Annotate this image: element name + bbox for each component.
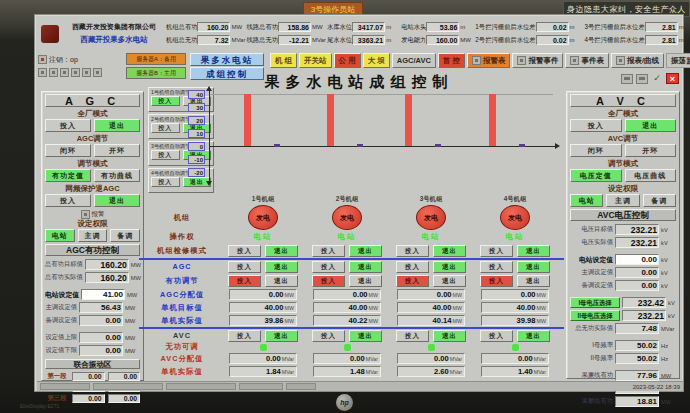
unit-toggle-投入[interactable]: 投入	[151, 177, 180, 187]
taskbar-item[interactable]	[40, 383, 90, 390]
unit-on-button[interactable]: 投入	[396, 275, 429, 287]
agc-alarm-row[interactable]: 报警	[45, 209, 140, 219]
taskbar-item[interactable]	[286, 383, 316, 390]
confirm-icon[interactable]: ✓	[651, 73, 663, 84]
os-taskbar[interactable]: 2023-05-22 18:39	[37, 381, 683, 391]
agc-button-投入[interactable]: 投入	[45, 194, 91, 207]
unit-off-button[interactable]: 退出	[517, 261, 550, 273]
unit-off-button[interactable]: 退出	[517, 330, 550, 342]
tab-AGC-AVC[interactable]: AGC/AVC	[392, 53, 436, 68]
tab-首-控[interactable]: 首 控	[438, 53, 465, 68]
unit-on-button[interactable]: 投入	[228, 245, 261, 257]
unit-off-button[interactable]: 退出	[349, 330, 382, 342]
unit-off-button[interactable]: 退出	[433, 245, 466, 257]
close-icon[interactable]: ×	[666, 73, 679, 84]
window-controls: ✓ ×	[621, 73, 679, 84]
unit-off-button[interactable]: 退出	[433, 330, 466, 342]
avc-button-投入[interactable]: 投入	[570, 119, 622, 132]
header-field-unit: MVar	[311, 37, 325, 43]
avc-panel: A V C 全厂模式投入退出AVC调节闭环开环调节模式电压定值电压曲线 设定权限…	[566, 91, 680, 379]
unit-on-button[interactable]: 投入	[312, 330, 345, 342]
tab-报警表[interactable]: 报警表	[467, 53, 511, 68]
tab-事件表[interactable]: 事件表	[565, 53, 609, 68]
print-preview-icon[interactable]	[636, 74, 648, 84]
avc-button-退出[interactable]: 退出	[625, 119, 677, 132]
unit-off-button[interactable]: 退出	[265, 330, 298, 342]
units-table-row: 有功调节投入退出投入退出投入退出投入退出	[139, 273, 564, 288]
agc-setpoint-input[interactable]: 41.00	[81, 289, 125, 300]
nav-station-button[interactable]: 果多水电站	[190, 53, 264, 66]
tab-大-坝[interactable]: 大 坝	[363, 53, 390, 68]
agc-section-buttons: 有功定值有功曲线	[45, 169, 140, 182]
unit-on-button[interactable]: 投入	[312, 261, 345, 273]
avc-authority-主调[interactable]: 主调	[606, 194, 639, 207]
agc-button-退出[interactable]: 退出	[94, 194, 140, 207]
agc-button-投入[interactable]: 投入	[45, 119, 91, 132]
avc-row-label: 果廉线有功	[570, 371, 613, 380]
unit-on-button[interactable]: 投入	[396, 261, 429, 273]
agc-button-有功定值[interactable]: 有功定值	[45, 169, 91, 182]
header-field-value: 2.81	[645, 22, 678, 32]
unit-on-button[interactable]: 投入	[396, 245, 429, 257]
unit-off-button[interactable]: 退出	[265, 261, 298, 273]
unit-2-cell: 40.22MW	[309, 315, 385, 326]
taskbar-item[interactable]	[93, 383, 163, 390]
tab-振荡监视[interactable]: 振荡监视	[666, 53, 690, 68]
unit-off-button[interactable]: 退出	[433, 261, 466, 273]
unit-on-button[interactable]: 投入	[312, 275, 345, 287]
unit-value: 1.48MVar	[313, 366, 381, 377]
taskbar-item[interactable]	[166, 383, 236, 390]
unit-value: 0.00MVar	[481, 353, 549, 364]
unit-off-button[interactable]: 退出	[265, 245, 298, 257]
units-table-row: 机组检修模式投入退出投入退出投入退出投入退出	[139, 243, 564, 258]
taskbar-clock: 2023-05-22 18:39	[633, 384, 680, 390]
avc-bus-select-button[interactable]: II母电压选择	[570, 310, 620, 321]
agc-button-有功曲线[interactable]: 有功曲线	[94, 169, 140, 182]
unit-off-button[interactable]: 退出	[517, 245, 550, 257]
tab-开关站[interactable]: 开关站	[299, 53, 332, 68]
tab-机-组[interactable]: 机 组	[270, 53, 297, 68]
unit-on-button[interactable]: 投入	[480, 245, 513, 257]
agc-authority-电站[interactable]: 电站	[45, 229, 75, 242]
avc-button-电压曲线[interactable]: 电压曲线	[625, 169, 677, 182]
agc-button-开环[interactable]: 开环	[94, 144, 140, 157]
unit-off-button[interactable]: 退出	[265, 275, 298, 287]
avc-button-闭环[interactable]: 闭环	[570, 144, 622, 157]
avc-setpoint-input[interactable]: 0.00	[615, 254, 659, 265]
avc-bus-select-button[interactable]: I母电压选择	[570, 297, 620, 308]
unit-off-button[interactable]: 退出	[349, 275, 382, 287]
unit-on-button[interactable]: 投入	[312, 245, 345, 257]
chart-x-axis	[209, 146, 557, 147]
unit-on-button[interactable]: 投入	[228, 261, 261, 273]
unit-toggle-投入[interactable]: 投入	[151, 123, 180, 133]
avc-button-电压定值[interactable]: 电压定值	[570, 169, 622, 182]
unit-on-button[interactable]: 投入	[228, 330, 261, 342]
avc-authority-备调[interactable]: 备调	[643, 194, 676, 207]
unit-on-button[interactable]: 投入	[228, 275, 261, 287]
tab-公-用[interactable]: 公 用	[334, 53, 361, 68]
unit-on-button[interactable]: 投入	[480, 275, 513, 287]
unit-off-button[interactable]: 退出	[349, 261, 382, 273]
unit-off-button[interactable]: 退出	[349, 245, 382, 257]
avc-button-开环[interactable]: 开环	[625, 144, 677, 157]
unit-on-button[interactable]: 投入	[480, 261, 513, 273]
unit-off-button[interactable]: 退出	[517, 275, 550, 287]
agc-authority-备调[interactable]: 备调	[110, 229, 140, 242]
unit-value: 40.00MW	[481, 302, 549, 313]
unit-toggle-投入[interactable]: 投入	[151, 150, 180, 160]
logout-button[interactable]: 注销：op	[38, 53, 126, 66]
unit-off-button[interactable]: 退出	[433, 275, 466, 287]
header-field-unit: MW	[230, 24, 244, 30]
tab-label: 开关站	[304, 54, 327, 67]
agc-authority-主调[interactable]: 主调	[78, 229, 108, 242]
print-icon[interactable]	[621, 74, 633, 84]
taskbar-item[interactable]	[239, 383, 283, 390]
unit-toggle-投入[interactable]: 投入	[151, 96, 180, 106]
agc-button-退出[interactable]: 退出	[94, 119, 140, 132]
agc-button-闭环[interactable]: 闭环	[45, 144, 91, 157]
unit-on-button[interactable]: 投入	[480, 330, 513, 342]
tab-报表-曲线[interactable]: 报表/曲线	[611, 53, 664, 68]
unit-on-button[interactable]: 投入	[396, 330, 429, 342]
tab-报警事件[interactable]: 报警事件	[512, 53, 563, 68]
avc-authority-电站[interactable]: 电站	[570, 194, 603, 207]
